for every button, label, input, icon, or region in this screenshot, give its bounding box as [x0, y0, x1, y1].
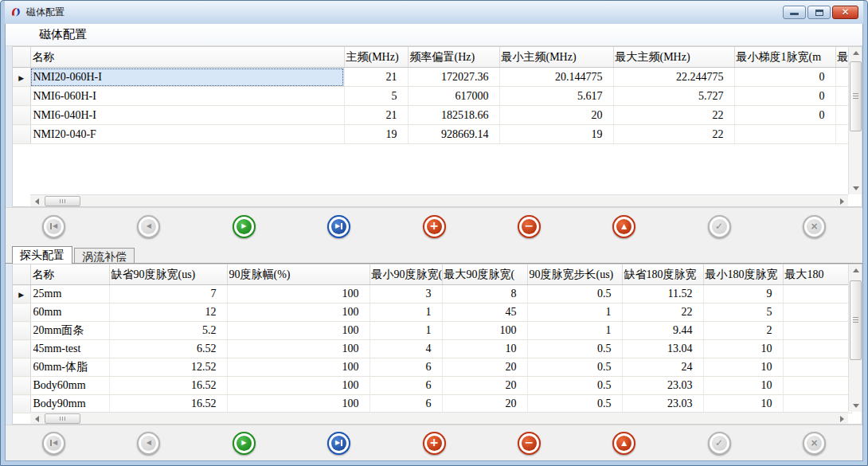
table-row[interactable]: NMI6-040H-I 21 182518.66 20 22 0: [13, 106, 851, 125]
cell-step[interactable]: 0.5: [527, 358, 622, 377]
cell-max180[interactable]: [783, 377, 851, 395]
cell-max180[interactable]: [783, 358, 851, 377]
cell-min180[interactable]: 2: [703, 322, 783, 340]
cell-amp[interactable]: 100: [227, 377, 369, 395]
insert-record-button[interactable]: +: [423, 215, 446, 238]
cell-offset[interactable]: 182518.66: [408, 106, 499, 125]
last-record-button[interactable]: ▶: [327, 215, 350, 238]
cell-name[interactable]: 60mm: [30, 303, 109, 322]
scroll-down-icon[interactable]: [849, 399, 862, 412]
last-record-button[interactable]: ▶: [327, 432, 350, 455]
cell-max180[interactable]: [783, 395, 851, 413]
tab-eddy-compensation[interactable]: 涡流补偿: [74, 248, 135, 263]
cell-max90[interactable]: 10: [442, 340, 527, 358]
edit-record-button[interactable]: ▲: [612, 215, 635, 238]
scrollbar-thumb[interactable]: [850, 280, 862, 360]
cell-p90[interactable]: 16.52: [109, 395, 227, 413]
cell-offset[interactable]: 617000: [408, 87, 499, 106]
cell-min90[interactable]: 1: [369, 303, 442, 322]
horizontal-scrollbar[interactable]: [30, 412, 848, 424]
cell-min90[interactable]: 3: [369, 285, 442, 303]
cell-amp[interactable]: 100: [227, 285, 369, 303]
cell-max180[interactable]: [783, 303, 851, 322]
cell-min90[interactable]: 6: [369, 395, 442, 413]
prior-record-button[interactable]: ◀: [137, 215, 160, 238]
cell-p90[interactable]: 12: [109, 303, 227, 322]
next-record-button[interactable]: ▶: [233, 215, 256, 238]
cell-p180[interactable]: 9.44: [622, 322, 703, 340]
cell-max[interactable]: 22.244775: [613, 68, 734, 87]
cell-p180[interactable]: 23.03: [622, 395, 703, 413]
cell-min180[interactable]: 9: [703, 285, 783, 303]
cell-max[interactable]: 22: [613, 106, 734, 125]
cell-p180[interactable]: 24: [622, 358, 703, 377]
cell-max[interactable]: 22: [613, 125, 734, 144]
horizontal-scrollbar[interactable]: [30, 194, 848, 206]
table-row[interactable]: NMI6-060H-I 5 617000 5.617 5.727 0: [13, 87, 851, 106]
cell-name[interactable]: NMI20-040-F: [30, 125, 344, 144]
cell-freq[interactable]: 19: [344, 125, 408, 144]
cell-max180[interactable]: [783, 322, 851, 340]
cell-max180[interactable]: [783, 285, 851, 303]
cell-max90[interactable]: 20: [442, 377, 527, 395]
cell-step[interactable]: 1: [527, 303, 622, 322]
cell-grad1[interactable]: 0: [734, 68, 835, 87]
cell-name[interactable]: NMI6-060H-I: [30, 87, 344, 106]
scrollbar-thumb[interactable]: [45, 413, 80, 424]
scrollbar-thumb[interactable]: [850, 61, 862, 131]
cell-p180[interactable]: 13.04: [622, 340, 703, 358]
scroll-down-icon[interactable]: [849, 182, 862, 194]
minimize-button[interactable]: [783, 6, 806, 19]
vertical-scrollbar[interactable]: [848, 47, 862, 194]
cancel-edit-button[interactable]: ×: [803, 215, 826, 238]
cell-step[interactable]: 0.5: [527, 340, 622, 358]
cell-freq[interactable]: 5: [344, 87, 408, 106]
insert-record-button[interactable]: +: [423, 432, 446, 455]
cell-min90[interactable]: 6: [369, 358, 442, 377]
cell-min[interactable]: 20.144775: [499, 68, 613, 87]
cancel-edit-button[interactable]: ×: [803, 432, 826, 455]
post-edit-button[interactable]: ✓: [708, 215, 731, 238]
cell-name[interactable]: 60mm-体脂: [30, 358, 109, 377]
cell-max90[interactable]: 20: [442, 358, 527, 377]
cell-amp[interactable]: 100: [227, 322, 369, 340]
cell-p90[interactable]: 16.52: [109, 377, 227, 395]
cell-name[interactable]: NMI20-060H-I: [30, 68, 344, 87]
first-record-button[interactable]: ◀: [42, 432, 65, 455]
cell-p90[interactable]: 5.2: [109, 322, 227, 340]
cell-p180[interactable]: 11.52: [622, 285, 703, 303]
edit-record-button[interactable]: ▲: [612, 432, 635, 455]
cell-amp[interactable]: 100: [227, 358, 369, 377]
scroll-left-icon[interactable]: [30, 195, 43, 207]
table-row[interactable]: 60mm-体脂 12.52 100 6 20 0.5 24 10: [13, 358, 851, 377]
delete-record-button[interactable]: −: [518, 432, 541, 455]
scroll-up-icon[interactable]: [849, 47, 862, 60]
cell-offset[interactable]: 928669.14: [408, 125, 499, 144]
cell-amp[interactable]: 100: [227, 340, 369, 358]
cell-step[interactable]: 0.5: [527, 377, 622, 395]
cell-min180[interactable]: 10: [703, 340, 783, 358]
table-row[interactable]: NMI20-060H-I 21 172027.36 20.144775 22.2…: [13, 68, 851, 87]
cell-p90[interactable]: 6.52: [109, 340, 227, 358]
cell-max90[interactable]: 100: [442, 322, 527, 340]
cell-offset[interactable]: 172027.36: [408, 68, 499, 87]
cell-min[interactable]: 20: [499, 106, 613, 125]
cell-freq[interactable]: 21: [344, 68, 408, 87]
cell-grad1[interactable]: [734, 125, 835, 144]
delete-record-button[interactable]: −: [518, 215, 541, 238]
cell-min[interactable]: 5.617: [499, 87, 613, 106]
next-record-button[interactable]: ▶: [233, 432, 256, 455]
cell-grad1[interactable]: 0: [734, 106, 835, 125]
table-row[interactable]: 45mm-test 6.52 100 4 10 0.5 13.04 10: [13, 340, 851, 358]
cell-name[interactable]: Body90mm: [30, 395, 109, 413]
cell-p180[interactable]: 22: [622, 303, 703, 322]
title-bar[interactable]: 磁体配置 ✕: [5, 1, 863, 24]
scroll-right-icon[interactable]: [835, 413, 848, 425]
cell-name[interactable]: 20mm面条: [30, 322, 109, 340]
maximize-button[interactable]: [807, 6, 831, 19]
table-row[interactable]: 20mm面条 5.2 100 1 100 1 9.44 2: [13, 322, 851, 340]
cell-min90[interactable]: 6: [369, 377, 442, 395]
cell-max90[interactable]: 45: [442, 303, 527, 322]
prior-record-button[interactable]: ◀: [137, 432, 160, 455]
cell-min180[interactable]: 10: [703, 377, 783, 395]
